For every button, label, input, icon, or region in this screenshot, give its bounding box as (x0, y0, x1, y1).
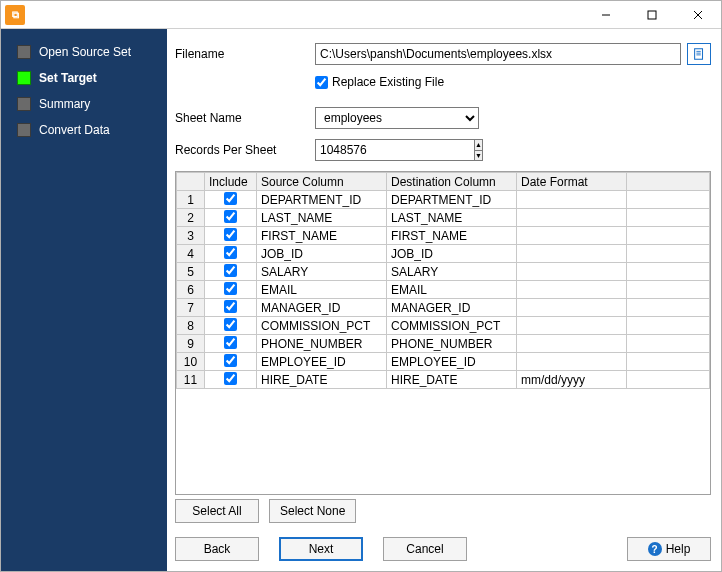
date-format-cell[interactable] (517, 299, 627, 317)
table-row[interactable]: 5SALARYSALARY (177, 263, 710, 281)
date-format-cell[interactable]: mm/dd/yyyy (517, 371, 627, 389)
replace-existing-checkbox[interactable]: Replace Existing File (315, 75, 444, 89)
date-format-cell[interactable] (517, 245, 627, 263)
wizard-window: ⧉ Open Source Set Set Target Summary (0, 0, 722, 572)
date-format-cell[interactable] (517, 209, 627, 227)
sheet-name-select[interactable]: employees (315, 107, 479, 129)
table-row[interactable]: 8COMMISSION_PCTCOMMISSION_PCT (177, 317, 710, 335)
include-checkbox[interactable] (224, 246, 237, 259)
table-row[interactable]: 4JOB_IDJOB_ID (177, 245, 710, 263)
select-all-button[interactable]: Select All (175, 499, 259, 523)
table-row[interactable]: 11HIRE_DATEHIRE_DATEmm/dd/yyyy (177, 371, 710, 389)
dest-column-cell[interactable]: FIRST_NAME (387, 227, 517, 245)
replace-existing-input[interactable] (315, 76, 328, 89)
date-format-cell[interactable] (517, 317, 627, 335)
table-row[interactable]: 10EMPLOYEE_IDEMPLOYEE_ID (177, 353, 710, 371)
include-checkbox[interactable] (224, 192, 237, 205)
close-button[interactable] (675, 1, 721, 28)
help-button[interactable]: ? Help (627, 537, 711, 561)
include-cell[interactable] (205, 191, 257, 209)
source-column-cell[interactable]: EMAIL (257, 281, 387, 299)
next-button[interactable]: Next (279, 537, 363, 561)
include-checkbox[interactable] (224, 282, 237, 295)
table-row[interactable]: 6EMAILEMAIL (177, 281, 710, 299)
include-cell[interactable] (205, 371, 257, 389)
table-row[interactable]: 2LAST_NAMELAST_NAME (177, 209, 710, 227)
source-column-cell[interactable]: LAST_NAME (257, 209, 387, 227)
source-column-cell[interactable]: JOB_ID (257, 245, 387, 263)
source-column-cell[interactable]: EMPLOYEE_ID (257, 353, 387, 371)
include-cell[interactable] (205, 209, 257, 227)
grid-header-rownum (177, 173, 205, 191)
dest-column-cell[interactable]: COMMISSION_PCT (387, 317, 517, 335)
filler-cell (627, 281, 710, 299)
include-checkbox[interactable] (224, 264, 237, 277)
include-cell[interactable] (205, 245, 257, 263)
include-checkbox[interactable] (224, 318, 237, 331)
dest-column-cell[interactable]: PHONE_NUMBER (387, 335, 517, 353)
cancel-button[interactable]: Cancel (383, 537, 467, 561)
step-open-source-set[interactable]: Open Source Set (1, 39, 167, 65)
include-cell[interactable] (205, 299, 257, 317)
spinner-down-button[interactable]: ▼ (475, 151, 482, 161)
step-convert-data[interactable]: Convert Data (1, 117, 167, 143)
date-format-cell[interactable] (517, 263, 627, 281)
svg-rect-4 (695, 49, 703, 60)
step-set-target[interactable]: Set Target (1, 65, 167, 91)
date-format-cell[interactable] (517, 227, 627, 245)
dest-column-cell[interactable]: SALARY (387, 263, 517, 281)
source-column-cell[interactable]: HIRE_DATE (257, 371, 387, 389)
filename-input[interactable] (315, 43, 681, 65)
date-format-cell[interactable] (517, 353, 627, 371)
select-none-button[interactable]: Select None (269, 499, 356, 523)
table-row[interactable]: 3FIRST_NAMEFIRST_NAME (177, 227, 710, 245)
include-cell[interactable] (205, 227, 257, 245)
include-checkbox[interactable] (224, 336, 237, 349)
include-cell[interactable] (205, 317, 257, 335)
dest-column-cell[interactable]: HIRE_DATE (387, 371, 517, 389)
minimize-button[interactable] (583, 1, 629, 28)
step-summary[interactable]: Summary (1, 91, 167, 117)
include-checkbox[interactable] (224, 228, 237, 241)
source-column-cell[interactable]: SALARY (257, 263, 387, 281)
table-row[interactable]: 9PHONE_NUMBERPHONE_NUMBER (177, 335, 710, 353)
date-format-cell[interactable] (517, 281, 627, 299)
grid-header-include[interactable]: Include (205, 173, 257, 191)
include-checkbox[interactable] (224, 210, 237, 223)
include-checkbox[interactable] (224, 300, 237, 313)
include-cell[interactable] (205, 281, 257, 299)
grid-header-dest[interactable]: Destination Column (387, 173, 517, 191)
date-format-cell[interactable] (517, 191, 627, 209)
source-column-cell[interactable]: DEPARTMENT_ID (257, 191, 387, 209)
row-number: 8 (177, 317, 205, 335)
dest-column-cell[interactable]: EMAIL (387, 281, 517, 299)
dest-column-cell[interactable]: MANAGER_ID (387, 299, 517, 317)
source-column-cell[interactable]: COMMISSION_PCT (257, 317, 387, 335)
spinner-up-button[interactable]: ▲ (475, 140, 482, 151)
include-checkbox[interactable] (224, 372, 237, 385)
dest-column-cell[interactable]: DEPARTMENT_ID (387, 191, 517, 209)
include-cell[interactable] (205, 335, 257, 353)
dest-column-cell[interactable]: EMPLOYEE_ID (387, 353, 517, 371)
dest-column-cell[interactable]: JOB_ID (387, 245, 517, 263)
include-cell[interactable] (205, 353, 257, 371)
table-row[interactable]: 7MANAGER_IDMANAGER_ID (177, 299, 710, 317)
browse-file-button[interactable] (687, 43, 711, 65)
include-checkbox[interactable] (224, 354, 237, 367)
grid-header-source[interactable]: Source Column (257, 173, 387, 191)
dest-column-cell[interactable]: LAST_NAME (387, 209, 517, 227)
grid-header-date[interactable]: Date Format (517, 173, 627, 191)
svg-rect-1 (648, 11, 656, 19)
back-button[interactable]: Back (175, 537, 259, 561)
source-column-cell[interactable]: MANAGER_ID (257, 299, 387, 317)
row-number: 10 (177, 353, 205, 371)
records-per-sheet-spinner[interactable]: ▲ ▼ (315, 139, 443, 161)
records-per-sheet-input[interactable] (315, 139, 474, 161)
source-column-cell[interactable]: FIRST_NAME (257, 227, 387, 245)
source-column-cell[interactable]: PHONE_NUMBER (257, 335, 387, 353)
include-cell[interactable] (205, 263, 257, 281)
table-row[interactable]: 1DEPARTMENT_IDDEPARTMENT_ID (177, 191, 710, 209)
maximize-button[interactable] (629, 1, 675, 28)
column-mapping-grid[interactable]: Include Source Column Destination Column… (175, 171, 711, 495)
date-format-cell[interactable] (517, 335, 627, 353)
